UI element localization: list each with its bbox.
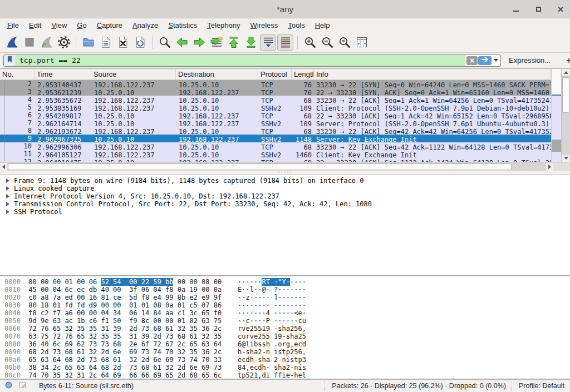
profile-status[interactable]: Profile: Default [512, 381, 566, 391]
hex-row-00c0[interactable]: 00c0 74 70 35 32 31 2c 64 69 66 66 69 65… [4, 371, 570, 379]
zoom-in-button[interactable] [302, 34, 318, 51]
capture-options-button[interactable] [56, 34, 72, 51]
zoom-reset-button[interactable] [336, 34, 352, 51]
stop-capture-button[interactable] [21, 34, 37, 51]
cell-proto: TCP [258, 80, 292, 88]
auto-scroll-button[interactable] [260, 34, 276, 51]
detail-line-4[interactable]: SSH Protocol [0, 208, 570, 216]
menu-view[interactable]: View [46, 19, 72, 31]
column-header-no[interactable]: No. [0, 69, 35, 80]
horizontal-scrollbar-thumb[interactable] [8, 163, 512, 170]
go-forward-button[interactable] [191, 34, 207, 51]
hex-gap [121, 301, 129, 309]
expression-button[interactable]: Expression... [509, 56, 551, 64]
hex-row-00a0[interactable]: 00a0 65 63 64 68 2d 73 68 61 32 2d 6e 69… [4, 356, 570, 364]
add-filter-button[interactable]: + [563, 56, 570, 66]
packet-row-9[interactable]: 92.96296732510.25.0.10192.168.122.237SSH… [0, 135, 551, 142]
column-header-dest[interactable]: Destination [176, 69, 258, 80]
cell-no: 2 [0, 80, 35, 88]
filter-apply-button[interactable] [478, 56, 492, 65]
menu-go[interactable]: Go [72, 19, 91, 31]
menu-capture[interactable]: Capture [92, 19, 127, 31]
scroll-up-button[interactable] [562, 69, 570, 77]
minimize-button[interactable] [511, 4, 521, 14]
filter-history-dropdown[interactable] [492, 55, 500, 66]
go-to-packet-button[interactable] [208, 34, 224, 51]
menu-analyze[interactable]: Analyze [127, 19, 163, 31]
packet-list-minimap[interactable] [551, 69, 561, 162]
hex-row-0080[interactable]: 0080 36 40 6c 69 62 73 73 68 2e 6f 72 67… [4, 340, 570, 348]
filter-clear-button[interactable]: × [466, 56, 478, 65]
go-to-first-packet-button[interactable] [225, 34, 242, 51]
main-toolbar [0, 32, 570, 53]
detail-line-2[interactable]: Internet Protocol Version 4, Src: 10.25.… [0, 192, 570, 200]
detail-line-1[interactable]: Linux cooked capture [0, 185, 570, 192]
hex-row-00b0[interactable]: 00b0 38 34 2c 65 63 64 68 2d 73 68 61 32… [4, 364, 570, 371]
display-filter-field[interactable]: tcp.port == 22 × [3, 54, 501, 67]
title-bar[interactable]: *any × [0, 0, 570, 18]
start-capture-button[interactable] [4, 34, 20, 51]
hex-row-0010[interactable]: 0010 45 00 04 6c ec db 40 00 3f 06 04 f8… [4, 286, 570, 294]
reload-capture-file-button[interactable] [132, 34, 148, 51]
menu-help[interactable]: Help [310, 19, 335, 31]
display-filter-input[interactable]: tcp.port == 22 [16, 55, 465, 66]
capture-comment-button[interactable] [18, 381, 27, 390]
packet-row-2[interactable]: 22.953140437192.168.122.23710.25.0.10TCP… [0, 80, 551, 88]
save-capture-file-button[interactable] [97, 34, 114, 51]
scroll-right-button[interactable] [546, 163, 553, 171]
vertical-scrollbar-thumb[interactable] [562, 77, 569, 113]
expert-info-button[interactable] [4, 381, 13, 390]
packet-list-vertical-scrollbar[interactable] [561, 69, 570, 162]
hex-row-0090[interactable]: 0090 68 2d 73 68 61 32 2d 6e 69 73 74 70… [4, 348, 570, 356]
packet-list-horizontal-scrollbar[interactable] [0, 162, 553, 171]
maximize-button[interactable] [533, 4, 543, 14]
cell-no: 8 [0, 127, 35, 135]
menu-telephony[interactable]: Telephony [202, 19, 245, 31]
restart-capture-button[interactable] [38, 34, 55, 51]
go-to-last-packet-button[interactable] [243, 34, 259, 51]
menu-file[interactable]: File [2, 19, 24, 31]
packet-row-7[interactable]: 72.96216471410.25.0.10192.168.122.237SSH… [0, 119, 551, 127]
detail-line-0[interactable]: Frame 9: 1148 bytes on wire (9184 bits),… [0, 177, 570, 185]
detail-line-3[interactable]: Transmission Control Protocol, Src Port:… [0, 200, 570, 208]
hex-row-0050[interactable]: 0050 9d 9e 63 ac 1b c6 f1 50 f9 8c 00 00… [4, 317, 570, 325]
close-capture-file-button[interactable] [115, 34, 131, 51]
open-capture-file-button[interactable] [80, 34, 96, 51]
scroll-left-button[interactable] [0, 163, 7, 171]
packet-row-5[interactable]: 52.953835169192.168.122.23710.25.0.10SSH… [0, 103, 551, 111]
packet-row-3[interactable]: 32.95362123910.25.0.10192.168.122.237TCP… [0, 88, 551, 96]
hex-row-0020[interactable]: 0020 c0 a8 7a ed 00 16 81 ce 5d f8 e4 99… [4, 294, 570, 301]
column-header-source[interactable]: Source [91, 69, 176, 80]
hex-row-0070[interactable]: 0070 63 75 72 76 65 32 35 35 31 39 2d 73… [4, 333, 570, 340]
zoom-out-button[interactable] [319, 34, 335, 51]
hex-row-0060[interactable]: 0060 72 76 65 32 35 35 31 39 2d 73 68 61… [4, 325, 570, 333]
packet-row-10[interactable]: 102.962996306192.168.122.23710.25.0.10TC… [0, 142, 551, 150]
scroll-down-button[interactable] [562, 154, 570, 162]
menu-wireless[interactable]: Wireless [245, 19, 283, 31]
pane-splitter[interactable]: ····· [0, 170, 570, 175]
column-header-len[interactable]: Length [292, 69, 314, 80]
hex-row-0040[interactable]: 0040 f8 c2 f7 a6 00 00 04 34 06 14 84 aa… [4, 309, 570, 317]
close-button[interactable]: × [556, 4, 566, 14]
menu-tools[interactable]: Tools [283, 19, 309, 31]
column-header-proto[interactable]: Protocol [258, 69, 292, 80]
packet-row-12[interactable]: 122.96481047510.25.0.10192.168.122.237TC… [0, 158, 551, 162]
go-back-button[interactable] [174, 34, 190, 51]
packet-counts: Packets: 26 · Displayed: 25 (96.2%) · Dr… [325, 381, 512, 391]
menu-statistics[interactable]: Statistics [163, 19, 202, 31]
hex-offset: 0070 [4, 333, 21, 340]
packet-row-4[interactable]: 42.953635672192.168.122.23710.25.0.10TCP… [0, 96, 551, 103]
column-header-time[interactable]: Time [35, 69, 91, 80]
filter-bookmark-button[interactable] [4, 55, 16, 66]
packet-row-6[interactable]: 62.95420981710.25.0.10192.168.122.237TCP… [0, 111, 551, 119]
hex-bytes: 01 01 08 0a 01 c5 07 86 [129, 301, 222, 309]
hex-row-0030[interactable]: 0030 80 18 01 fd fd d9 00 00 01 01 08 0a… [4, 301, 570, 309]
column-header-info[interactable]: Info [314, 69, 551, 80]
packet-row-11[interactable]: 112.964105127192.168.122.23710.25.0.10SS… [0, 150, 551, 158]
menu-edit[interactable]: Edit [24, 19, 46, 31]
resize-columns-button[interactable] [353, 34, 370, 51]
find-packet-button[interactable] [156, 34, 173, 51]
hex-row-0000[interactable]: 0000 00 00 00 01 00 06 52 54 00 22 59 bb… [4, 278, 570, 286]
colorize-packets-button[interactable] [277, 34, 293, 51]
packet-row-8[interactable]: 82.962193672192.168.122.23710.25.0.10TCP… [0, 127, 551, 135]
